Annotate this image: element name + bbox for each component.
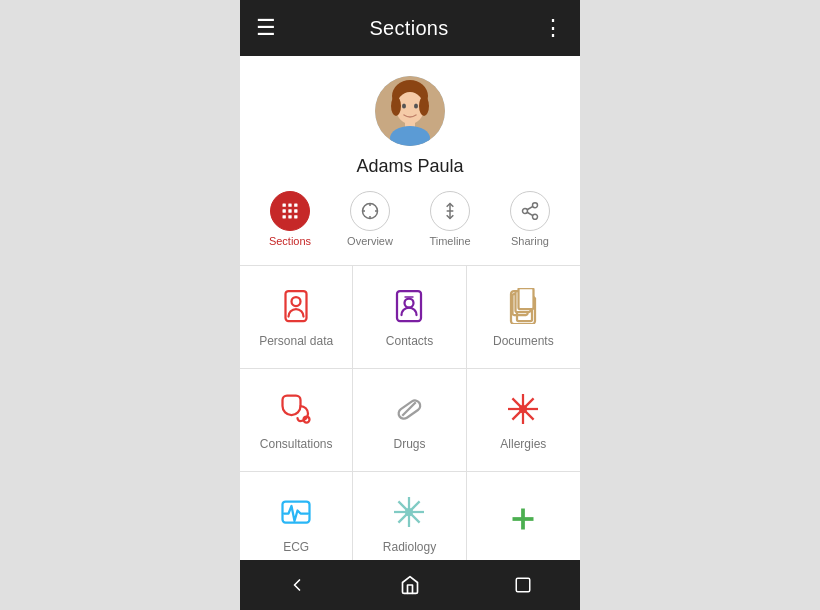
svg-point-3 (391, 96, 401, 116)
svg-point-8 (414, 104, 418, 109)
phone-container: ☰ Sections ⋮ (240, 0, 580, 610)
avatar (375, 76, 445, 146)
contacts-icon (389, 286, 429, 326)
top-bar: ☰ Sections ⋮ (240, 0, 580, 56)
svg-line-28 (527, 212, 533, 215)
overview-icon-circle (350, 191, 390, 231)
grid-item-drugs[interactable]: Drugs (353, 369, 466, 472)
svg-rect-32 (397, 291, 421, 321)
tab-timeline-label: Timeline (429, 235, 470, 247)
svg-line-29 (527, 206, 533, 209)
svg-point-26 (523, 209, 528, 214)
sections-icon-circle (270, 191, 310, 231)
main-content: Adams Paula (240, 56, 580, 560)
tab-bar: Sections Overview (240, 191, 580, 255)
ecg-label: ECG (283, 540, 309, 554)
hamburger-icon[interactable]: ☰ (256, 15, 276, 41)
svg-rect-38 (519, 288, 534, 309)
contacts-label: Contacts (386, 334, 433, 348)
documents-icon (503, 286, 543, 326)
tab-sections-label: Sections (269, 235, 311, 247)
profile-section: Adams Paula (240, 56, 580, 265)
svg-rect-14 (294, 209, 297, 212)
svg-point-27 (533, 214, 538, 219)
more-options-icon[interactable]: ⋮ (542, 15, 564, 41)
drugs-label: Drugs (393, 437, 425, 451)
grid-item-radiology[interactable]: Radiology (353, 472, 466, 560)
sharing-icon-circle (510, 191, 550, 231)
documents-label: Documents (493, 334, 554, 348)
tab-sharing[interactable]: Sharing (490, 191, 570, 247)
svg-point-31 (292, 297, 301, 306)
svg-rect-16 (288, 215, 291, 218)
grid-item-documents[interactable]: Documents (467, 266, 580, 369)
patient-name: Adams Paula (356, 156, 463, 177)
radiology-label: Radiology (383, 540, 436, 554)
grid-item-ecg[interactable]: ECG (240, 472, 353, 560)
svg-point-4 (419, 96, 429, 116)
svg-point-25 (533, 203, 538, 208)
tab-sharing-label: Sharing (511, 235, 549, 247)
add-icon (503, 499, 543, 539)
svg-rect-12 (283, 209, 286, 212)
radiology-icon (389, 492, 429, 532)
tab-sections[interactable]: Sections (250, 191, 330, 247)
ecg-icon (276, 492, 316, 532)
svg-point-52 (406, 509, 412, 515)
grid-item-consultations[interactable]: Consultations (240, 369, 353, 472)
svg-rect-9 (283, 204, 286, 207)
sections-grid: Personal data Contacts (240, 266, 580, 560)
tab-timeline[interactable]: Timeline (410, 191, 490, 247)
page-title: Sections (369, 17, 448, 40)
allergies-icon (503, 389, 543, 429)
bottom-nav (240, 560, 580, 610)
timeline-icon-circle (430, 191, 470, 231)
svg-rect-10 (288, 204, 291, 207)
svg-rect-13 (288, 209, 291, 212)
grid-item-add[interactable] (467, 472, 580, 560)
svg-point-33 (405, 299, 414, 308)
svg-point-7 (402, 104, 406, 109)
grid-item-allergies[interactable]: Allergies (467, 369, 580, 472)
tab-overview[interactable]: Overview (330, 191, 410, 247)
recents-button[interactable] (503, 565, 543, 605)
personal-data-label: Personal data (259, 334, 333, 348)
svg-rect-55 (517, 578, 531, 592)
grid-item-personal-data[interactable]: Personal data (240, 266, 353, 369)
svg-rect-11 (294, 204, 297, 207)
tab-overview-label: Overview (347, 235, 393, 247)
allergies-label: Allergies (500, 437, 546, 451)
grid-item-contacts[interactable]: Contacts (353, 266, 466, 369)
svg-rect-15 (283, 215, 286, 218)
consultations-icon (276, 389, 316, 429)
back-button[interactable] (277, 565, 317, 605)
personal-data-icon (276, 286, 316, 326)
consultations-label: Consultations (260, 437, 333, 451)
home-button[interactable] (390, 565, 430, 605)
svg-point-46 (520, 406, 526, 412)
svg-rect-17 (294, 215, 297, 218)
drugs-icon (389, 389, 429, 429)
